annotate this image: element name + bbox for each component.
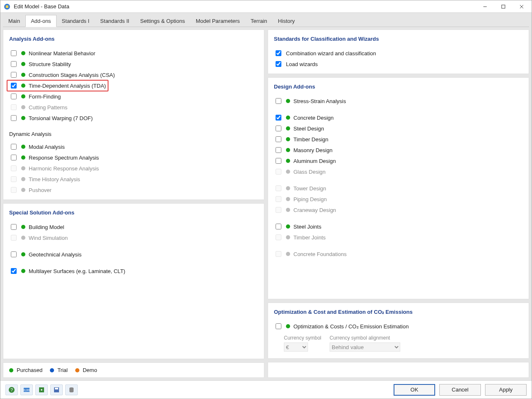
status-icon xyxy=(286,159,290,163)
svg-text:?: ? xyxy=(10,387,13,392)
status-icon xyxy=(21,145,25,149)
panel-design-addons: Design Add-ons Stress-Strain Analysis Co… xyxy=(268,77,529,299)
tab-strip: Main Add-ons Standards I Standards II Se… xyxy=(3,15,529,27)
status-icon xyxy=(21,155,25,160)
help-button[interactable]: ? xyxy=(5,384,18,395)
minimize-button[interactable] xyxy=(476,1,494,12)
status-icon xyxy=(21,177,25,181)
legend-demo: Demo xyxy=(83,367,97,373)
checkbox-steel[interactable] xyxy=(276,126,281,131)
checkbox-response[interactable] xyxy=(11,155,17,160)
status-icon xyxy=(21,51,25,55)
checkbox-nonlinear[interactable] xyxy=(11,50,17,56)
app-icon xyxy=(4,3,10,10)
tab-addons[interactable]: Add-ons xyxy=(25,15,56,27)
label-steel-joints: Steel Joints xyxy=(293,224,321,230)
checkbox-aluminum[interactable] xyxy=(276,158,281,164)
section-standards-title: Standards for Classification and Wizards xyxy=(274,36,523,42)
checkbox-harmonic xyxy=(11,165,17,171)
label-concrete: Concrete Design xyxy=(293,115,334,121)
label-multilayer: Multilayer Surfaces (e.g. Laminate, CLT) xyxy=(29,268,125,274)
tab-standards-ii[interactable]: Standards II xyxy=(95,15,135,27)
checkbox-concrete[interactable] xyxy=(276,115,281,121)
apply-button[interactable]: Apply xyxy=(485,384,527,396)
status-icon xyxy=(21,188,25,192)
checkbox-tower xyxy=(276,185,281,191)
ok-button[interactable]: OK xyxy=(394,384,435,396)
export-button[interactable] xyxy=(35,384,48,395)
status-icon xyxy=(21,116,25,120)
save-button[interactable] xyxy=(50,384,63,395)
checkbox-geo[interactable] xyxy=(11,251,17,257)
tab-history[interactable]: History xyxy=(273,15,300,27)
tab-main[interactable]: Main xyxy=(3,15,25,27)
label-modal: Modal Analysis xyxy=(29,144,65,150)
status-icon xyxy=(21,225,25,229)
status-icon xyxy=(286,137,290,141)
currency-symbol-select: € xyxy=(284,342,308,352)
status-icon xyxy=(286,235,290,239)
checkbox-multilayer[interactable] xyxy=(11,268,17,274)
checkbox-stress-strain[interactable] xyxy=(276,98,281,104)
label-optcost: Optimization & Costs / CO₂ Emission Esti… xyxy=(293,323,409,330)
label-concrete-foundations: Concrete Foundations xyxy=(293,251,347,257)
maximize-button[interactable] xyxy=(494,1,512,12)
label-glass: Glass Design xyxy=(293,169,325,175)
dialog-footer: ? 0,00 OK Cancel Apply xyxy=(0,380,532,399)
window-title: Edit Model - Base Data xyxy=(14,3,69,10)
status-icon xyxy=(286,224,290,229)
checkbox-timber[interactable] xyxy=(276,136,281,142)
checkbox-csa[interactable] xyxy=(11,72,17,78)
legend-demo-icon xyxy=(75,368,79,372)
checkbox-modal[interactable] xyxy=(11,144,17,150)
panel-legend: Purchased Trial Demo xyxy=(3,362,264,378)
label-stress-strain: Stress-Strain Analysis xyxy=(293,98,346,104)
status-icon xyxy=(21,269,25,273)
database-button[interactable] xyxy=(65,384,78,395)
tab-terrain[interactable]: Terrain xyxy=(245,15,273,27)
status-icon xyxy=(286,324,290,328)
svg-point-15 xyxy=(69,391,74,392)
checkbox-glass xyxy=(276,169,281,175)
status-icon xyxy=(286,197,290,201)
checkbox-building[interactable] xyxy=(11,224,17,230)
status-icon xyxy=(286,186,290,190)
label-stability: Structure Stability xyxy=(29,61,71,67)
checkbox-timehist xyxy=(11,176,17,182)
legend-trial: Trial xyxy=(57,367,68,373)
checkbox-craneway xyxy=(276,207,281,213)
checkbox-steel-joints[interactable] xyxy=(276,224,281,229)
checkbox-torsional[interactable] xyxy=(11,115,17,121)
tab-standards-i[interactable]: Standards I xyxy=(57,15,95,27)
checkbox-piping xyxy=(276,196,281,202)
tab-model-parameters[interactable]: Model Parameters xyxy=(190,15,245,27)
checkbox-load-wizard[interactable] xyxy=(276,61,281,67)
label-piping: Piping Design xyxy=(293,196,327,202)
label-steel: Steel Design xyxy=(293,126,324,132)
label-aluminum: Aluminum Design xyxy=(293,158,336,164)
label-craneway: Craneway Design xyxy=(293,207,336,213)
checkbox-masonry[interactable] xyxy=(276,147,281,153)
checkbox-formfinding[interactable] xyxy=(11,94,17,99)
checkbox-tda[interactable] xyxy=(11,83,17,89)
label-pushover: Pushover xyxy=(29,187,52,193)
close-button[interactable] xyxy=(512,1,531,12)
tab-settings-options[interactable]: Settings & Options xyxy=(135,15,190,27)
panel-special-addons: Special Solution Add-ons Building Model … xyxy=(3,203,264,359)
label-load-wizard: Load wizards xyxy=(286,61,318,67)
label-building: Building Model xyxy=(29,224,64,230)
status-icon xyxy=(21,94,25,99)
label-tower: Tower Design xyxy=(293,185,326,192)
section-analysis-title: Analysis Add-ons xyxy=(9,36,258,42)
legend-trial-icon xyxy=(50,368,54,372)
status-icon xyxy=(21,73,25,77)
currency-align-label: Currency symbol alignment xyxy=(330,335,400,341)
cancel-button[interactable]: Cancel xyxy=(439,384,481,396)
checkbox-combo-wizard[interactable] xyxy=(276,50,281,56)
label-timber: Timber Design xyxy=(293,136,328,143)
checkbox-stability[interactable] xyxy=(11,61,17,67)
checkbox-optcost[interactable] xyxy=(276,323,281,329)
label-harmonic: Harmonic Response Analysis xyxy=(29,165,99,172)
units-button[interactable]: 0,00 xyxy=(20,384,33,395)
label-timber-joints: Timber Joints xyxy=(293,234,326,241)
